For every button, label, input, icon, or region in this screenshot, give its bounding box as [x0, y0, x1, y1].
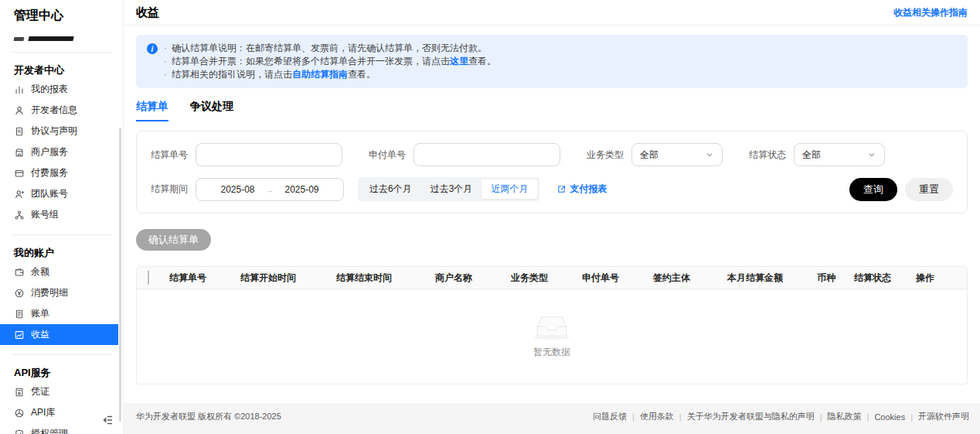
select-all-checkbox[interactable] — [148, 270, 149, 285]
sidebar-item-credential[interactable]: 凭证 — [0, 381, 118, 402]
sidebar-item-label: 付费服务 — [31, 166, 68, 179]
quick-range-option[interactable]: 过去3个月 — [421, 179, 482, 199]
bullet: · — [164, 43, 167, 53]
chevron-down-icon — [705, 150, 714, 159]
banner-line: ·确认结算单说明：在邮寄结算单、发票前，请先确认结算单，否则无法付款。 — [164, 42, 496, 55]
sidebar-item-label: 凭证 — [31, 385, 49, 398]
sidebar-item-label: 我的报表 — [31, 83, 68, 96]
pay-report-link[interactable]: 支付报表 — [556, 183, 607, 196]
settle-status-value: 全部 — [802, 149, 821, 162]
sidebar-item-org[interactable]: 账号组 — [0, 204, 118, 225]
authorization-icon — [14, 429, 25, 434]
sidebar-item-label: 协议与声明 — [31, 125, 77, 138]
shop-icon — [14, 147, 25, 158]
table-header: 结算单号结算开始时间结算结束时间商户名称业务类型申付单号签约主体本月结算金额币种… — [137, 267, 967, 289]
period-end[interactable]: 2025-09 — [285, 184, 319, 195]
tab-dispute[interactable]: 争议处理 — [190, 100, 233, 121]
footer-link[interactable]: Cookies — [874, 412, 905, 422]
banner-line: ·结算相关的指引说明，请点击自助结算指南查看。 — [164, 68, 496, 81]
bill-icon — [14, 309, 25, 320]
period-start[interactable]: 2025-08 — [220, 184, 254, 195]
range-arrow-icon: → — [266, 185, 274, 194]
column-header: 结算开始时间 — [240, 272, 336, 285]
quick-range-option[interactable]: 过去6个月 — [360, 179, 421, 199]
period-range-picker[interactable]: 2025-08 → 2025-09 — [196, 178, 344, 201]
bar-chart-icon — [14, 84, 25, 95]
banner-inline-link[interactable]: 自助结算指南 — [292, 69, 348, 80]
footer-links: 问题反馈|使用条款|关于华为开发者联盟与隐私的声明|隐私政策|Cookies|开… — [593, 411, 969, 422]
sidebar-item-shop[interactable]: 商户服务 — [0, 142, 118, 162]
card-icon — [14, 168, 25, 179]
page-footer-area: 华为开发者联盟 版权所有 ©2018-2025 问题反馈|使用条款|关于华为开发… — [124, 403, 980, 434]
sidebar-item-user[interactable]: 开发者信息 — [0, 100, 118, 121]
footer-link[interactable]: 使用条款 — [640, 411, 674, 422]
footer-link[interactable]: 隐私政策 — [828, 411, 862, 422]
column-header: 申付单号 — [582, 272, 653, 285]
sidebar-item-wallet[interactable]: 余额 — [0, 261, 118, 282]
banner-text: 确认结算单说明：在邮寄结算单、发票前，请先确认结算单，否则无法付款。 — [172, 43, 487, 53]
payment-no-input[interactable] — [413, 143, 560, 166]
sidebar-title: 管理中心 — [0, 0, 123, 24]
confirm-settlement-button[interactable]: 确认结算单 — [136, 229, 211, 251]
footer-link[interactable]: 关于华为开发者联盟与隐私的声明 — [687, 411, 815, 422]
settle-status-select[interactable]: 全部 — [794, 143, 885, 166]
banner-inline-link[interactable]: 这里 — [450, 56, 468, 67]
bullet: · — [164, 69, 167, 80]
banner-line: ·结算单合并开票：如果您希望将多个结算单合并开一张发票，请点击这里查看。 — [164, 55, 496, 68]
settlement-no-label: 结算单号 — [151, 149, 188, 162]
sidebar-item-document[interactable]: 协议与声明 — [0, 121, 118, 142]
page-title: 收益 — [136, 5, 159, 20]
collapse-sidebar-icon[interactable] — [101, 414, 115, 428]
sidebar-item-bill[interactable]: 账单 — [0, 303, 118, 324]
column-header: 业务类型 — [511, 272, 582, 285]
sidebar-sections: 开发者中心我的报表开发者信息协议与声明商户服务付费服务团队账号账号组我的账户余额… — [0, 52, 123, 434]
org-icon — [14, 210, 25, 220]
chevron-down-icon — [867, 150, 876, 159]
settlement-no-input[interactable] — [196, 143, 342, 166]
tabs: 结算单 争议处理 — [136, 100, 968, 121]
business-type-select[interactable]: 全部 — [631, 143, 723, 166]
sidebar-item-label: 账单 — [31, 307, 49, 320]
column-header: 商户名称 — [435, 272, 511, 285]
tab-settlement[interactable]: 结算单 — [136, 100, 168, 121]
footer-link[interactable]: 开源软件声明 — [918, 411, 969, 422]
query-button[interactable]: 查询 — [849, 178, 897, 201]
content: i ·确认结算单说明：在邮寄结算单、发票前，请先确认结算单，否则无法付款。·结算… — [124, 26, 980, 384]
revenue-guide-link[interactable]: 收益相关操作指南 — [893, 6, 968, 19]
revenue-icon — [14, 330, 25, 340]
column-header: 结算结束时间 — [336, 272, 435, 285]
banner-lines: ·确认结算单说明：在邮寄结算单、发票前，请先确认结算单，否则无法付款。·结算单合… — [164, 42, 496, 81]
clipped-menu-item[interactable] — [13, 35, 124, 43]
sidebar-item-team[interactable]: 团队账号 — [0, 183, 118, 204]
copyright-text: 华为开发者联盟 版权所有 ©2018-2025 — [136, 411, 281, 422]
wallet-icon — [14, 267, 25, 278]
footer-separator: | — [679, 412, 682, 422]
column-header: 结算状态 — [854, 272, 916, 285]
empty-shadow — [534, 335, 570, 340]
topbar: 收益 收益相关操作指南 — [124, 0, 980, 26]
quick-range-segment: 过去6个月过去3个月近两个月 — [358, 177, 539, 201]
main-area: 收益 收益相关操作指南 i ·确认结算单说明：在邮寄结算单、发票前，请先确认结算… — [124, 0, 980, 434]
info-icon: i — [147, 43, 158, 54]
sidebar-item-revenue[interactable]: 收益 — [0, 324, 118, 345]
sidebar-item-bar-chart[interactable]: 我的报表 — [0, 79, 118, 100]
banner-text: 查看。 — [348, 69, 376, 80]
business-type-value: 全部 — [640, 149, 658, 162]
reset-button[interactable]: 重置 — [905, 178, 953, 201]
sidebar: 管理中心 开发者中心我的报表开发者信息协议与声明商户服务付费服务团队账号账号组我… — [0, 0, 124, 434]
footer-separator: | — [632, 412, 635, 422]
filter-panel: 结算单号 申付单号 业务类型 全部 结算状态 — [136, 131, 968, 214]
user-icon — [14, 105, 25, 116]
sidebar-item-label: 授权管理 — [31, 427, 68, 434]
sidebar-item-coin[interactable]: 消费明细 — [0, 282, 118, 303]
column-header: 结算单号 — [169, 272, 240, 285]
footer-link[interactable]: 问题反馈 — [593, 411, 627, 422]
quick-range-option[interactable]: 近两个月 — [481, 179, 537, 199]
sidebar-scrollbar[interactable] — [119, 128, 121, 422]
sidebar-section-heading: 开发者中心 — [0, 53, 123, 79]
banner-text: 结算单合并开票：如果您希望将多个结算单合并开一张发票，请点击 — [172, 56, 450, 67]
api-icon — [14, 408, 25, 419]
sidebar-item-card[interactable]: 付费服务 — [0, 162, 118, 183]
external-link-icon — [556, 184, 567, 194]
footer-separator: | — [820, 412, 822, 422]
